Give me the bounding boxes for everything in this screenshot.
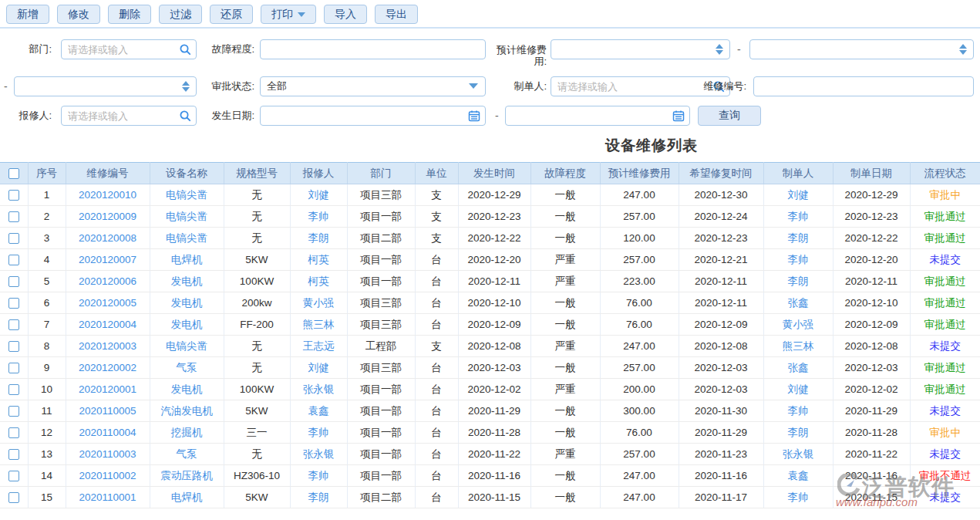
fault-degree-input[interactable] [260,39,486,59]
cell-reporter[interactable]: 李朗 [290,228,347,249]
cell-equipment[interactable]: 电镐尖凿 [150,336,224,357]
cell-reporter[interactable]: 黄小强 [290,292,347,314]
cell-creator[interactable]: 李帅 [763,206,833,228]
row-checkbox[interactable] [8,492,19,503]
cell-reporter[interactable]: 李帅 [290,465,347,487]
cell-creator[interactable]: 张鑫 [763,357,833,379]
cell-creator[interactable]: 李朗 [763,228,833,249]
cell-creator[interactable]: 李帅 [763,400,833,422]
number-stepper-icon[interactable] [716,42,723,56]
cell-creator[interactable]: 张鑫 [763,292,833,314]
cell-creator[interactable]: 刘健 [763,184,833,206]
row-checkbox[interactable] [8,406,19,417]
cell-creator[interactable]: 袁鑫 [763,465,833,487]
cell-repair-no[interactable]: 2020110005 [66,400,150,422]
query-button[interactable]: 查询 [698,106,761,126]
search-icon[interactable] [179,110,191,122]
cell-equipment[interactable]: 电镐尖凿 [150,184,224,206]
cell-repair-no[interactable]: 2020120005 [66,292,150,314]
cell-equipment[interactable]: 气泵 [150,357,224,379]
reporter-input[interactable] [61,106,197,126]
delete-button[interactable]: 删除 [108,5,151,24]
department-input[interactable] [61,39,197,59]
cell-repair-no[interactable]: 2020110001 [66,487,150,508]
cell-reporter[interactable]: 张永银 [290,379,347,400]
est-cost-to-input[interactable] [749,39,974,59]
cell-repair-no[interactable]: 2020120001 [66,379,150,400]
row-checkbox[interactable] [8,255,19,265]
cell-reporter[interactable]: 李帅 [290,422,347,444]
cell-reporter[interactable]: 刘健 [290,357,347,379]
cell-repair-no[interactable]: 2020110003 [66,444,150,465]
cell-equipment[interactable]: 汽油发电机 [150,400,224,422]
cell-reporter[interactable]: 袁鑫 [290,400,347,422]
edit-button[interactable]: 修改 [57,5,100,24]
cell-repair-no[interactable]: 2020120009 [66,206,150,228]
row-checkbox[interactable] [8,276,19,287]
cell-repair-no[interactable]: 2020120008 [66,228,150,249]
cell-repair-no[interactable]: 2020120006 [66,271,150,292]
cell-reporter[interactable]: 张永银 [290,444,347,465]
filter-button[interactable]: 过滤 [159,5,202,24]
cell-equipment[interactable]: 电焊机 [150,487,224,508]
cell-repair-no[interactable]: 2020120004 [66,314,150,336]
search-icon[interactable] [179,43,191,56]
cell-repair-no[interactable]: 2020120007 [66,249,150,271]
cell-repair-no[interactable]: 2020120003 [66,336,150,357]
select-all-checkbox[interactable] [8,168,19,179]
row-checkbox[interactable] [8,233,19,244]
row-checkbox[interactable] [8,427,19,438]
cell-equipment[interactable]: 电镐尖凿 [150,228,224,249]
cell-reporter[interactable]: 柯英 [290,271,347,292]
cell-creator[interactable]: 李帅 [763,487,833,508]
calendar-icon[interactable] [468,110,480,122]
cell-repair-no[interactable]: 2020120010 [66,184,150,206]
restore-button[interactable]: 还原 [210,5,253,24]
cell-creator[interactable]: 黄小强 [763,314,833,336]
cell-creator[interactable]: 李朗 [763,271,833,292]
cell-equipment[interactable]: 发电机 [150,379,224,400]
approval-status-select[interactable]: 全部 [260,76,486,96]
cell-creator[interactable]: 熊三林 [763,336,833,357]
row-checkbox[interactable] [8,471,19,481]
cell-repair-no[interactable]: 2020110004 [66,422,150,444]
cell-reporter[interactable]: 李帅 [290,206,347,228]
cell-repair-no[interactable]: 2020110002 [66,465,150,487]
export-button[interactable]: 导出 [375,5,418,24]
cell-reporter[interactable]: 柯英 [290,249,347,271]
cell-reporter[interactable]: 刘健 [290,184,347,206]
cell-creator[interactable]: 李朗 [763,422,833,444]
row-checkbox[interactable] [8,298,19,309]
cell-reporter[interactable]: 王志远 [290,336,347,357]
calendar-icon[interactable] [672,110,685,122]
cell-equipment[interactable]: 发电机 [150,292,224,314]
row-checkbox[interactable] [8,211,19,222]
cell-repair-no[interactable]: 2020120002 [66,357,150,379]
row-checkbox[interactable] [8,190,19,201]
cell-equipment[interactable]: 发电机 [150,271,224,292]
cell-equipment[interactable]: 震动压路机 [150,465,224,487]
row-checkbox[interactable] [8,449,19,460]
cell-equipment[interactable]: 电焊机 [150,249,224,271]
occur-date-to-input[interactable] [505,106,690,126]
est-cost-from-input[interactable] [551,39,730,59]
add-button[interactable]: 新增 [6,5,49,24]
cell-creator[interactable]: 张永银 [763,444,833,465]
cell-equipment[interactable]: 发电机 [150,314,224,336]
print-button[interactable]: 打印 [261,5,316,24]
repair-no-input[interactable] [753,76,974,96]
number-stepper-icon[interactable] [182,79,190,93]
occur-date-from-input[interactable] [260,106,486,126]
cell-equipment[interactable]: 挖掘机 [150,422,224,444]
row-checkbox[interactable] [8,319,19,330]
chevron-down-icon[interactable] [469,83,478,89]
cell-equipment[interactable]: 气泵 [150,444,224,465]
cell-equipment[interactable]: 电镐尖凿 [150,206,224,228]
import-button[interactable]: 导入 [324,5,367,24]
number-stepper-icon[interactable] [959,42,967,56]
cell-creator[interactable]: 李帅 [763,249,833,271]
extra-range-input[interactable] [14,76,197,96]
row-checkbox[interactable] [8,341,19,352]
cell-creator[interactable]: 刘健 [763,379,833,400]
cell-reporter[interactable]: 熊三林 [290,314,347,336]
